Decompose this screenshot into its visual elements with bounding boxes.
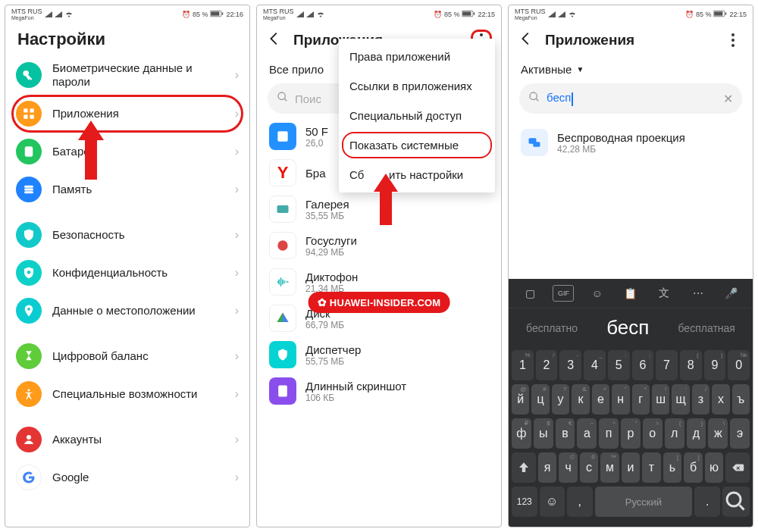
menu-item-permissions[interactable]: Права приложений bbox=[339, 42, 495, 71]
kb-key[interactable]: ы$ bbox=[534, 418, 553, 449]
kb-key[interactable]: д} bbox=[687, 418, 706, 449]
row-battery[interactable]: Батарея › bbox=[5, 133, 249, 171]
kb-key[interactable]: т bbox=[642, 452, 660, 483]
kb-key[interactable]: 3- bbox=[559, 350, 581, 380]
row-storage[interactable]: Память › bbox=[5, 171, 249, 208]
row-label: Специальные возможности bbox=[52, 387, 202, 401]
kb-key[interactable]: 4_ bbox=[584, 350, 606, 380]
svg-point-26 bbox=[530, 92, 537, 99]
row-accounts[interactable]: Аккаунты › bbox=[5, 421, 249, 458]
app-row[interactable]: Госуслуги94,29 МБ bbox=[257, 227, 501, 264]
kb-enter-key[interactable] bbox=[722, 487, 750, 517]
kb-key[interactable]: ь[ bbox=[663, 452, 681, 483]
app-row[interactable]: Беспроводная проекция 42,28 МБ bbox=[509, 124, 753, 161]
apps-filter[interactable]: Активные ▼ bbox=[509, 58, 753, 79]
kb-key[interactable]: р° bbox=[621, 418, 641, 449]
kb-key[interactable]: х bbox=[712, 384, 729, 415]
kb-key[interactable]: 9) bbox=[704, 350, 726, 380]
kb-space-key[interactable]: Русский bbox=[595, 487, 693, 517]
kb-key[interactable]: 1% bbox=[512, 350, 534, 380]
back-icon[interactable] bbox=[518, 30, 534, 50]
kb-suggest-right[interactable]: бесплатная bbox=[678, 322, 735, 334]
row-accessibility[interactable]: Специальные возможности › bbox=[5, 375, 249, 413]
kb-key[interactable]: ф₽ bbox=[512, 418, 531, 449]
kb-key[interactable]: п^ bbox=[599, 418, 619, 449]
kb-key[interactable]: й@ bbox=[512, 384, 529, 415]
kb-key[interactable]: о= bbox=[643, 418, 662, 449]
kb-key[interactable]: а~ bbox=[577, 418, 597, 449]
row-location[interactable]: Данные о местоположении › bbox=[5, 292, 249, 330]
kb-suggest-main[interactable]: бесп bbox=[606, 316, 649, 340]
kb-key[interactable]: с® bbox=[580, 452, 598, 483]
kb-123-key[interactable]: 123 bbox=[512, 487, 537, 517]
menu-item-links[interactable]: Ссылки в приложениях bbox=[339, 71, 495, 101]
kb-key[interactable]: б] bbox=[684, 452, 702, 483]
row-privacy[interactable]: Конфиденциальность › bbox=[5, 254, 249, 292]
kb-key[interactable]: н" bbox=[612, 384, 629, 415]
svg-rect-10 bbox=[24, 191, 33, 193]
kb-key[interactable]: 8( bbox=[680, 350, 702, 380]
kb-close-icon[interactable]: ▢ bbox=[519, 285, 540, 302]
kb-more-icon[interactable]: ⋯ bbox=[688, 285, 709, 302]
app-row[interactable]: Диспетчер55,75 МБ bbox=[257, 336, 501, 373]
svg-rect-5 bbox=[23, 115, 27, 119]
kb-key[interactable]: л{ bbox=[665, 418, 684, 449]
kb-key[interactable]: у? bbox=[552, 384, 569, 415]
row-apps[interactable]: Приложения › bbox=[5, 95, 249, 133]
menu-item-reset[interactable]: Сбросиить настройки bbox=[339, 160, 495, 189]
kb-key[interactable]: и bbox=[622, 452, 640, 483]
kb-key[interactable]: э bbox=[730, 418, 750, 449]
kb-key[interactable]: я bbox=[538, 452, 556, 483]
row-security[interactable]: Безопасность › bbox=[5, 216, 249, 254]
kb-key[interactable]: ъ bbox=[732, 384, 750, 415]
kb-key[interactable]: ш! bbox=[652, 384, 669, 415]
settings-list: Биометрические данные и пароли › Приложе… bbox=[5, 55, 249, 527]
svg-rect-16 bbox=[463, 11, 471, 15]
app-row[interactable]: Длинный скриншот106 КБ bbox=[257, 373, 501, 409]
kb-emoji-key[interactable]: ☺ bbox=[540, 487, 565, 517]
kb-dot-key[interactable]: . bbox=[694, 487, 720, 517]
kb-key[interactable]: 6; bbox=[632, 350, 654, 380]
row-biometrics[interactable]: Биометрические данные и пароли › bbox=[5, 55, 249, 95]
app-icon bbox=[269, 305, 296, 332]
kb-suggest-left[interactable]: бесплатно bbox=[526, 322, 578, 334]
kb-clipboard-icon[interactable]: 📋 bbox=[620, 285, 641, 302]
row-balance[interactable]: Цифровой баланс › bbox=[5, 337, 249, 375]
clear-icon[interactable]: ✕ bbox=[723, 92, 733, 106]
clock-label: 22:15 bbox=[729, 11, 747, 18]
kb-key[interactable]: ч© bbox=[559, 452, 577, 483]
annotation-arrow-icon bbox=[371, 171, 401, 228]
app-icon bbox=[269, 196, 296, 223]
svg-point-12 bbox=[27, 308, 30, 311]
kb-mic-icon[interactable]: 🎤 bbox=[721, 285, 742, 302]
back-icon[interactable] bbox=[266, 30, 283, 50]
kb-key[interactable]: м™ bbox=[600, 452, 619, 483]
menu-item-special[interactable]: Специальный доступ bbox=[339, 101, 495, 130]
kb-key[interactable]: к& bbox=[572, 384, 589, 415]
kb-key[interactable]: в€ bbox=[556, 418, 575, 449]
kb-key[interactable]: 5: bbox=[608, 350, 630, 380]
alarm-icon: ⏰ bbox=[685, 11, 694, 18]
kb-key[interactable]: 7 bbox=[656, 350, 678, 380]
kb-backspace-key[interactable] bbox=[725, 452, 750, 483]
kb-key[interactable]: з/ bbox=[692, 384, 709, 415]
kb-key[interactable]: 2/ bbox=[536, 350, 558, 380]
kb-key[interactable]: 0№ bbox=[728, 350, 750, 380]
kb-key[interactable]: ю bbox=[705, 452, 723, 483]
kb-key[interactable]: щ' bbox=[672, 384, 689, 415]
kb-comma-key[interactable]: , bbox=[567, 487, 593, 517]
more-options-button[interactable] bbox=[722, 30, 744, 51]
kb-key[interactable]: е+ bbox=[592, 384, 609, 415]
kb-key[interactable]: ж\ bbox=[708, 418, 728, 449]
kb-sticker-icon[interactable]: ☺ bbox=[587, 285, 608, 302]
menu-item-show-system[interactable]: Показать системные bbox=[339, 130, 495, 160]
kb-gif-icon[interactable]: GIF bbox=[553, 285, 574, 302]
kb-key[interactable]: ц# bbox=[531, 384, 549, 415]
kb-shift-key[interactable] bbox=[512, 452, 536, 483]
kb-translate-icon[interactable]: 文 bbox=[653, 285, 675, 302]
search-box[interactable]: бесп ✕ bbox=[519, 83, 742, 114]
row-label: Безопасность bbox=[52, 228, 130, 242]
kb-key[interactable]: г* bbox=[632, 384, 650, 415]
shield-icon bbox=[16, 222, 42, 248]
row-google[interactable]: Google › bbox=[5, 458, 249, 496]
